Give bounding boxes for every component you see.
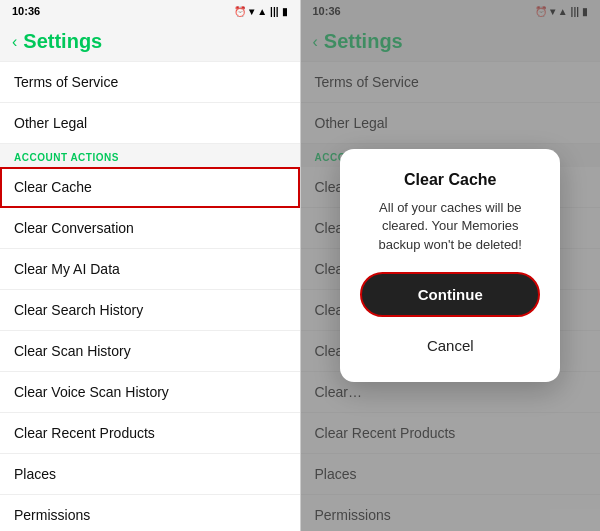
back-arrow-left[interactable]: ‹ (12, 33, 17, 51)
list-item-clear-search[interactable]: Clear Search History (0, 290, 300, 331)
list-item-terms[interactable]: Terms of Service (0, 61, 300, 103)
cancel-button[interactable]: Cancel (360, 327, 540, 364)
settings-list-left: Terms of Service Other Legal ACCOUNT ACT… (0, 61, 300, 531)
continue-button[interactable]: Continue (360, 272, 540, 317)
list-item-clear-scan[interactable]: Clear Scan History (0, 331, 300, 372)
dialog-message: All of your caches will be cleared. Your… (360, 199, 540, 254)
list-item-clear-conversation[interactable]: Clear Conversation (0, 208, 300, 249)
list-item-clear-ai-data[interactable]: Clear My AI Data (0, 249, 300, 290)
panel-title-left: Settings (23, 30, 102, 53)
list-item-other-legal[interactable]: Other Legal (0, 103, 300, 144)
list-item-clear-recent-products[interactable]: Clear Recent Products (0, 413, 300, 454)
right-panel: 10:36 ⏰ ▾ ▲ ||| ▮ ‹ Settings Terms of Se… (301, 0, 601, 531)
status-icons-left: ⏰ ▾ ▲ ||| ▮ (234, 6, 287, 17)
panel-header-left: ‹ Settings (0, 22, 300, 61)
section-account-actions-left: ACCOUNT ACTIONS (0, 144, 300, 167)
status-bar-left: 10:36 ⏰ ▾ ▲ ||| ▮ (0, 0, 300, 22)
list-item-clear-voice-scan[interactable]: Clear Voice Scan History (0, 372, 300, 413)
status-time-left: 10:36 (12, 5, 40, 17)
list-item-permissions[interactable]: Permissions (0, 495, 300, 531)
list-item-clear-cache[interactable]: Clear Cache (0, 167, 300, 208)
list-item-places[interactable]: Places (0, 454, 300, 495)
clear-cache-dialog: Clear Cache All of your caches will be c… (340, 149, 560, 382)
left-panel: 10:36 ⏰ ▾ ▲ ||| ▮ ‹ Settings Terms of Se… (0, 0, 300, 531)
dialog-overlay: Clear Cache All of your caches will be c… (301, 0, 601, 531)
dialog-title: Clear Cache (360, 171, 540, 189)
